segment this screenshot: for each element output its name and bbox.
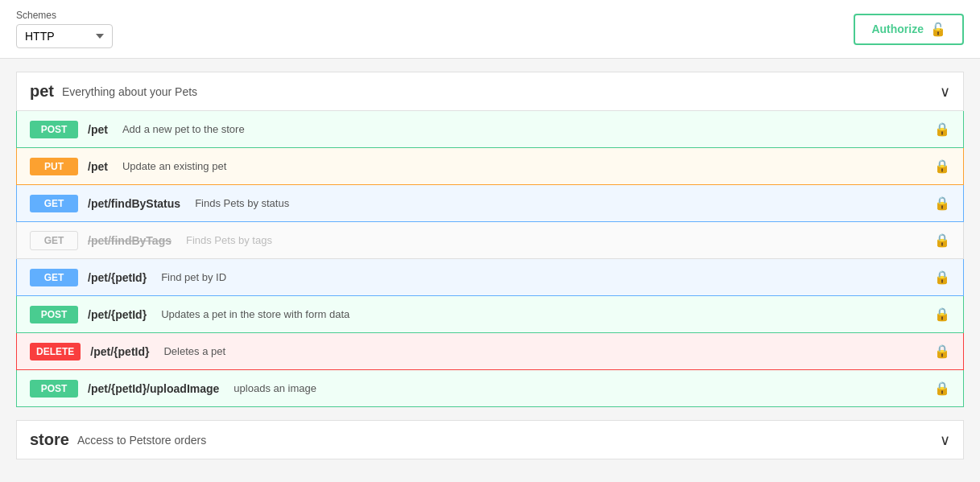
endpoint-summary: Finds Pets by tags xyxy=(186,234,272,246)
endpoint-row-5[interactable]: POST /pet/{petId} Updates a pet in the s… xyxy=(16,296,964,333)
lock-icon: 🔒 xyxy=(934,270,950,285)
endpoints-pet: POST /pet Add a new pet to the store 🔒 P… xyxy=(16,111,964,407)
endpoint-summary: uploads an image xyxy=(234,382,316,394)
authorize-button[interactable]: Authorize 🔓 xyxy=(854,14,964,45)
endpoint-summary: Add a new pet to the store xyxy=(122,123,245,135)
method-badge: GET xyxy=(30,195,78,212)
section-header-left: store Access to Petstore orders xyxy=(30,431,206,449)
method-badge: PUT xyxy=(30,158,78,175)
endpoint-summary: Finds Pets by status xyxy=(195,197,289,209)
endpoint-path: /pet/{petId} xyxy=(88,271,147,284)
method-badge: POST xyxy=(30,306,78,323)
lock-icon: 🔒 xyxy=(934,381,950,396)
endpoint-path: /pet xyxy=(88,160,108,173)
endpoint-path: /pet/findByTags xyxy=(88,234,172,247)
authorize-label: Authorize xyxy=(871,23,924,35)
lock-icon: 🔒 xyxy=(934,233,950,248)
endpoint-row-0[interactable]: POST /pet Add a new pet to the store 🔒 xyxy=(16,111,964,148)
method-badge: POST xyxy=(30,121,78,138)
chevron-icon-store: ∨ xyxy=(940,431,950,449)
section-pet: pet Everything about your Pets ∨ POST /p… xyxy=(16,72,964,407)
method-badge: GET xyxy=(30,231,78,250)
endpoint-path: /pet/{petId} xyxy=(90,345,149,358)
schemes-label: Schemes xyxy=(16,10,113,21)
section-desc-store: Access to Petstore orders xyxy=(77,434,206,447)
endpoint-left: GET /pet/findByTags Finds Pets by tags xyxy=(30,231,934,250)
method-badge: POST xyxy=(30,380,78,398)
endpoint-left: PUT /pet Update an existing pet xyxy=(30,158,934,175)
lock-icon: 🔓 xyxy=(930,22,946,37)
section-desc-pet: Everything about your Pets xyxy=(62,85,197,98)
endpoint-left: GET /pet/{petId} Find pet by ID xyxy=(30,269,934,286)
lock-icon: 🔒 xyxy=(934,196,950,211)
section-tag-store: store xyxy=(30,431,69,449)
endpoint-row-1[interactable]: PUT /pet Update an existing pet 🔒 xyxy=(16,148,964,185)
endpoint-summary: Update an existing pet xyxy=(122,160,226,172)
endpoint-left: POST /pet Add a new pet to the store xyxy=(30,121,934,138)
schemes-select[interactable]: HTTP HTTPS xyxy=(16,24,113,48)
endpoint-summary: Deletes a pet xyxy=(163,345,225,357)
endpoint-path: /pet/{petId} xyxy=(88,308,147,321)
lock-icon: 🔒 xyxy=(934,344,950,359)
endpoint-row-7[interactable]: POST /pet/{petId}/uploadImage uploads an… xyxy=(16,370,964,407)
lock-icon: 🔒 xyxy=(934,159,950,174)
section-header-pet[interactable]: pet Everything about your Pets ∨ xyxy=(16,72,964,111)
endpoint-summary: Updates a pet in the store with form dat… xyxy=(161,308,349,320)
endpoint-left: POST /pet/{petId} Updates a pet in the s… xyxy=(30,306,934,323)
endpoint-row-2[interactable]: GET /pet/findByStatus Finds Pets by stat… xyxy=(16,185,964,222)
endpoint-path: /pet/findByStatus xyxy=(88,197,180,210)
endpoint-row-3[interactable]: GET /pet/findByTags Finds Pets by tags 🔒 xyxy=(16,222,964,259)
section-header-store[interactable]: store Access to Petstore orders ∨ xyxy=(16,420,964,459)
schemes-section: Schemes HTTP HTTPS xyxy=(16,10,113,48)
lock-icon: 🔒 xyxy=(934,307,950,322)
top-bar: Schemes HTTP HTTPS Authorize 🔓 xyxy=(0,0,980,59)
section-tag-pet: pet xyxy=(30,82,54,101)
lock-icon: 🔒 xyxy=(934,122,950,137)
endpoint-path: /pet/{petId}/uploadImage xyxy=(88,382,219,395)
method-badge: DELETE xyxy=(30,343,81,360)
endpoint-row-6[interactable]: DELETE /pet/{petId} Deletes a pet 🔒 xyxy=(16,333,964,370)
endpoint-row-4[interactable]: GET /pet/{petId} Find pet by ID 🔒 xyxy=(16,259,964,296)
endpoint-path: /pet xyxy=(88,123,108,136)
endpoint-left: POST /pet/{petId}/uploadImage uploads an… xyxy=(30,380,934,398)
endpoint-summary: Find pet by ID xyxy=(161,271,226,283)
section-header-left: pet Everything about your Pets xyxy=(30,82,197,101)
endpoint-left: GET /pet/findByStatus Finds Pets by stat… xyxy=(30,195,934,212)
main-content: pet Everything about your Pets ∨ POST /p… xyxy=(0,59,980,482)
section-store: store Access to Petstore orders ∨ xyxy=(16,420,964,459)
method-badge: GET xyxy=(30,269,78,286)
endpoint-left: DELETE /pet/{petId} Deletes a pet xyxy=(30,343,934,360)
chevron-icon-pet: ∨ xyxy=(940,83,950,101)
